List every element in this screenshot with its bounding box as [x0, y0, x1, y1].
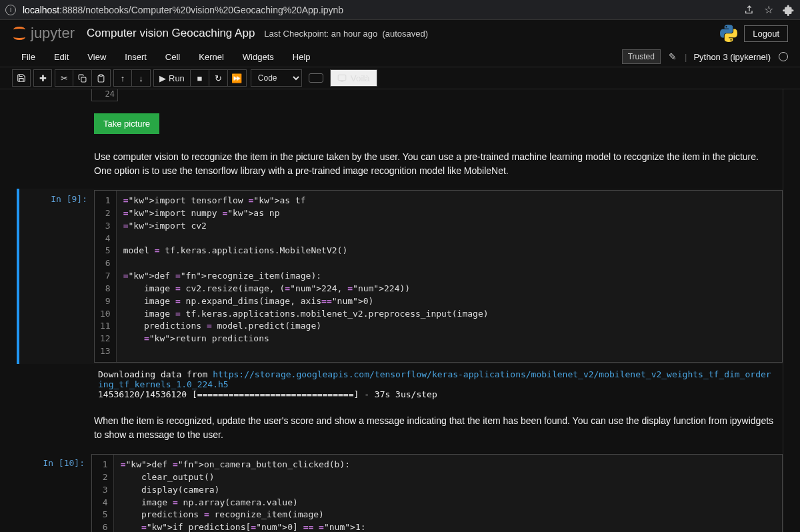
- copy-button[interactable]: [73, 69, 92, 87]
- browser-address-bar: i localhost:8888/notebooks/Computer%20vi…: [0, 0, 800, 20]
- restart-run-all-button[interactable]: ⏩: [228, 69, 247, 87]
- markdown-cell[interactable]: When the item is recognized, update the …: [94, 414, 776, 442]
- share-icon[interactable]: [744, 5, 755, 15]
- kernel-indicator-icon[interactable]: [779, 52, 788, 61]
- input-prompt: In [9]:: [19, 189, 94, 364]
- cut-button[interactable]: ✂: [55, 69, 73, 87]
- checkpoint-text: Last Checkpoint: an hour ago (autosaved): [264, 29, 428, 39]
- input-prompt: In [10]:: [17, 453, 91, 532]
- save-button[interactable]: [12, 69, 31, 87]
- restart-button[interactable]: ↻: [209, 69, 228, 87]
- celltype-select[interactable]: Code: [251, 69, 302, 87]
- edit-icon[interactable]: ✎: [665, 51, 681, 62]
- move-up-button[interactable]: ↑: [113, 69, 132, 87]
- notebook-title[interactable]: Computer vision Geocaching App: [87, 27, 255, 40]
- menu-view[interactable]: View: [78, 49, 115, 65]
- menu-kernel[interactable]: Kernel: [189, 49, 233, 65]
- jupyter-logo[interactable]: jupyter: [12, 25, 75, 42]
- code-cell-10[interactable]: In [10]: 1 2 3 4 5 6 7 8 9 10 ="kw">def …: [17, 453, 783, 532]
- gutter-remnant: 24: [91, 89, 118, 101]
- info-icon[interactable]: i: [5, 5, 16, 15]
- menu-cell[interactable]: Cell: [156, 49, 189, 65]
- menu-help[interactable]: Help: [283, 49, 320, 65]
- markdown-cell[interactable]: Use computer vision to recognize the ite…: [94, 150, 776, 178]
- svg-rect-2: [338, 75, 346, 80]
- code-editor[interactable]: 1 2 3 4 5 6 7 8 9 10 ="kw">def ="fn">on_…: [91, 454, 783, 532]
- menu-widgets[interactable]: Widgets: [233, 49, 283, 65]
- code-editor[interactable]: 1 2 3 4 5 6 7 8 9 10 11 12 13 ="kw">impo…: [94, 190, 783, 363]
- run-button[interactable]: ▶ Run: [153, 69, 191, 87]
- kernel-name[interactable]: Python 3 (ipykernel): [691, 52, 771, 62]
- star-icon[interactable]: ☆: [764, 3, 773, 16]
- python-icon: [720, 25, 737, 42]
- toolbar: ✚ ✂ ↑ ↓ ▶ Run ■ ↻ ⏩ Code Voilà: [0, 67, 800, 89]
- menu-file[interactable]: File: [12, 49, 45, 65]
- notebook-header: jupyter Computer vision Geocaching App L…: [0, 20, 800, 47]
- command-palette-icon[interactable]: [309, 73, 323, 83]
- trusted-badge[interactable]: Trusted: [622, 49, 661, 64]
- insert-cell-button[interactable]: ✚: [33, 69, 52, 87]
- code-cell-9[interactable]: In [9]: 1 2 3 4 5 6 7 8 9 10 11 12 13 ="…: [17, 189, 783, 364]
- voila-button[interactable]: Voilà: [330, 69, 377, 87]
- extensions-icon[interactable]: [783, 4, 795, 16]
- svg-rect-1: [99, 75, 102, 76]
- interrupt-button[interactable]: ■: [191, 69, 209, 87]
- menu-insert[interactable]: Insert: [115, 49, 156, 65]
- move-down-button[interactable]: ↓: [132, 69, 151, 87]
- take-picture-button[interactable]: Take picture: [94, 113, 159, 134]
- logout-button[interactable]: Logout: [744, 25, 788, 42]
- paste-button[interactable]: [92, 69, 111, 87]
- svg-rect-0: [81, 77, 86, 81]
- menu-edit[interactable]: Edit: [45, 49, 78, 65]
- url-text[interactable]: localhost:8888/notebooks/Computer%20visi…: [23, 5, 737, 15]
- widget-output: Take picture: [94, 101, 783, 141]
- menubar: File Edit View Insert Cell Kernel Widget…: [0, 47, 800, 67]
- cell-output: Downloading data from https://storage.go…: [91, 364, 783, 405]
- notebook-container: 24 Take picture Use computer vision to r…: [0, 89, 800, 532]
